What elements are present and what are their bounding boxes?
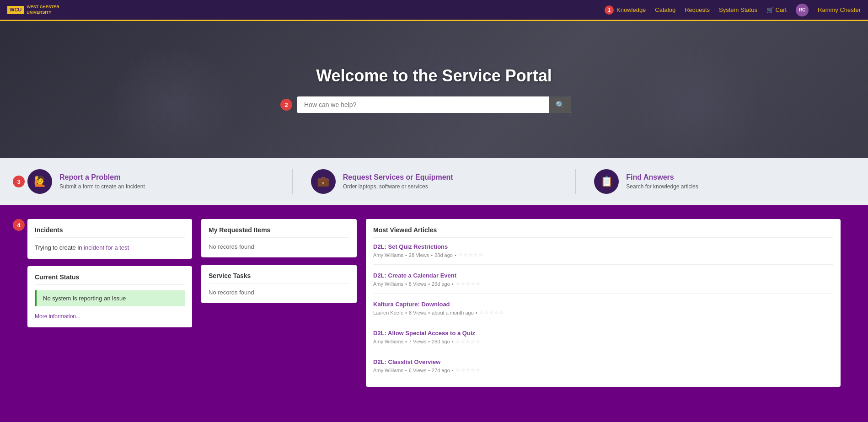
article-meta-5: Amy Williams • 6 Views • 27d ago • ☆☆☆☆☆ — [373, 367, 833, 373]
service-tasks-card: Service Tasks No records found — [201, 265, 357, 303]
main-content: 4 Incidents Trying to create in incident… — [0, 205, 868, 401]
hero-title: Welcome to the Service Portal — [9, 66, 859, 85]
nav-link-cart[interactable]: 🛒 Cart — [766, 6, 787, 13]
hero-section: Welcome to the Service Portal 2 🔍 — [0, 21, 868, 158]
nav-link-knowledge[interactable]: Knowledge — [616, 6, 646, 13]
logo[interactable]: WCU WEST CHESTERUNIVERSITY — [7, 5, 59, 15]
hero-content: Welcome to the Service Portal 2 🔍 — [0, 66, 868, 113]
article-views-5: 6 Views — [409, 368, 426, 373]
most-viewed-card: Most Viewed Articles D2L: Set Quiz Restr… — [366, 219, 841, 387]
action-request-services-desc: Order laptops, software or services — [343, 183, 453, 190]
service-tasks-empty: No records found — [209, 289, 349, 296]
current-status-card: Current Status No system is reporting an… — [27, 266, 192, 327]
article-stars-5[interactable]: ☆☆☆☆☆ — [455, 367, 481, 373]
logo-abbr: WCU — [7, 6, 24, 14]
article-stars-1[interactable]: ☆☆☆☆☆ — [458, 252, 483, 258]
action-request-services-title: Request Services or Equipment — [343, 173, 453, 182]
annotation-badge-4: 4 — [13, 219, 25, 231]
article-title-2[interactable]: D2L: Create a Calendar Event — [373, 272, 833, 279]
article-title-5[interactable]: D2L: Classlist Overview — [373, 358, 833, 365]
article-views-3: 8 Views — [409, 310, 426, 315]
incidents-item: Trying to create in incident for a test — [35, 243, 185, 251]
user-avatar[interactable]: RC — [796, 4, 809, 16]
article-age-4: 28d ago — [432, 339, 450, 344]
action-request-services-text: Request Services or Equipment Order lapt… — [343, 173, 453, 190]
article-stars-3[interactable]: ☆☆☆☆☆ — [479, 310, 504, 315]
action-find-answers-desc: Search for knowledge articles — [626, 183, 698, 190]
request-services-icon: 💼 — [311, 169, 336, 194]
middle-column: My Requested Items No records found Serv… — [201, 219, 357, 387]
action-report-problem[interactable]: 🙋 Report a Problem Submit a form to crea… — [27, 169, 293, 194]
user-name[interactable]: Rammy Chester — [818, 6, 861, 13]
knowledge-with-badge: 1 Knowledge — [605, 5, 646, 15]
search-input[interactable] — [297, 96, 571, 113]
article-views-4: 7 Views — [409, 339, 426, 344]
article-title-4[interactable]: D2L: Allow Special Access to a Quiz — [373, 330, 833, 337]
knowledge-badge: 1 — [605, 5, 614, 15]
article-item-3: Kaltura Capture: Download Lauren Keefe •… — [373, 301, 833, 322]
status-message: No system is reporting an issue — [43, 295, 126, 302]
incidents-item-prefix: Trying to create in — [35, 244, 84, 251]
more-info-link[interactable]: More information... — [35, 313, 80, 320]
action-row: 3 🙋 Report a Problem Submit a form to cr… — [0, 158, 868, 205]
article-author-3: Lauren Keefe — [373, 310, 403, 315]
article-age-5: 27d ago — [432, 368, 450, 373]
article-title-3[interactable]: Kaltura Capture: Download — [373, 301, 833, 308]
search-button[interactable]: 🔍 — [549, 96, 571, 113]
current-status-title: Current Status — [35, 273, 185, 285]
service-tasks-title: Service Tasks — [209, 272, 349, 283]
article-title-1[interactable]: D2L: Set Quiz Restrictions — [373, 243, 833, 250]
navbar: WCU WEST CHESTERUNIVERSITY 1 Knowledge C… — [0, 0, 868, 21]
article-views-1: 28 Views — [409, 252, 429, 258]
status-bar: No system is reporting an issue — [35, 290, 185, 306]
article-meta-3: Lauren Keefe • 8 Views • about a month a… — [373, 310, 833, 315]
incidents-card: Incidents Trying to create in incident f… — [27, 219, 192, 259]
action-report-problem-text: Report a Problem Submit a form to create… — [59, 173, 145, 190]
action-find-answers[interactable]: 📋 Find Answers Search for knowledge arti… — [594, 169, 841, 194]
nav-link-requests[interactable]: Requests — [685, 6, 710, 13]
article-meta-2: Amy Williams • 8 Views • 29d ago • ☆☆☆☆☆ — [373, 281, 833, 287]
search-bar: 2 🔍 — [297, 96, 571, 113]
article-item-1: D2L: Set Quiz Restrictions Amy Williams … — [373, 243, 833, 265]
left-column: Incidents Trying to create in incident f… — [27, 219, 192, 387]
find-answers-icon: 📋 — [594, 169, 619, 194]
logo-full: WEST CHESTERUNIVERSITY — [27, 5, 59, 15]
article-age-3: about a month ago — [432, 310, 474, 315]
annotation-badge-2: 2 — [280, 99, 292, 111]
incidents-title: Incidents — [35, 226, 185, 238]
action-request-services[interactable]: 💼 Request Services or Equipment Order la… — [311, 169, 576, 194]
article-author-2: Amy Williams — [373, 281, 403, 287]
article-age-1: 28d ago — [434, 252, 453, 258]
nav-link-system-status[interactable]: System Status — [719, 6, 757, 13]
article-item-5: D2L: Classlist Overview Amy Williams • 6… — [373, 358, 833, 379]
article-meta-1: Amy Williams • 28 Views • 28d ago • ☆☆☆☆… — [373, 252, 833, 258]
action-report-problem-title: Report a Problem — [59, 173, 145, 182]
article-stars-4[interactable]: ☆☆☆☆☆ — [455, 338, 481, 344]
article-item-2: D2L: Create a Calendar Event Amy William… — [373, 272, 833, 294]
annotation-badge-3: 3 — [13, 176, 25, 187]
article-author-5: Amy Williams — [373, 368, 403, 373]
incidents-item-link[interactable]: incident for a test — [84, 244, 129, 251]
action-report-problem-desc: Submit a form to create an Incident — [59, 183, 145, 190]
report-problem-icon: 🙋 — [27, 169, 52, 194]
article-stars-2[interactable]: ☆☆☆☆☆ — [455, 281, 481, 287]
my-requested-items-card: My Requested Items No records found — [201, 219, 357, 257]
right-column: Most Viewed Articles D2L: Set Quiz Restr… — [366, 219, 841, 387]
article-author-1: Amy Williams — [373, 252, 403, 258]
action-find-answers-text: Find Answers Search for knowledge articl… — [626, 173, 698, 190]
articles-list: D2L: Set Quiz Restrictions Amy Williams … — [373, 243, 833, 379]
article-item-4: D2L: Allow Special Access to a Quiz Amy … — [373, 330, 833, 351]
article-author-4: Amy Williams — [373, 339, 403, 344]
most-viewed-title: Most Viewed Articles — [373, 226, 833, 238]
navbar-right: 1 Knowledge Catalog Requests System Stat… — [605, 4, 861, 16]
article-age-2: 29d ago — [432, 281, 450, 287]
article-meta-4: Amy Williams • 7 Views • 28d ago • ☆☆☆☆☆ — [373, 338, 833, 344]
my-requested-items-empty: No records found — [209, 243, 349, 250]
nav-link-catalog[interactable]: Catalog — [655, 6, 675, 13]
article-views-2: 8 Views — [409, 281, 426, 287]
action-find-answers-title: Find Answers — [626, 173, 698, 182]
my-requested-items-title: My Requested Items — [209, 226, 349, 238]
